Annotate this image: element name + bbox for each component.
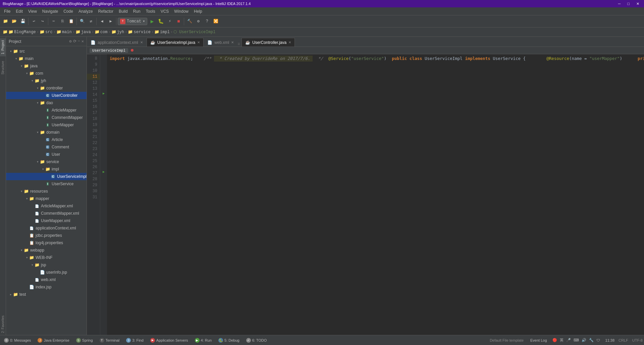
tree-item-user[interactable]: C User xyxy=(6,151,87,158)
tree-item-java[interactable]: ▾ 📁 java xyxy=(6,62,87,70)
tree-item-controller[interactable]: ▾ 📁 controller xyxy=(6,84,87,92)
tb-save[interactable]: 💾 xyxy=(19,17,27,26)
tb-run-btn[interactable]: ▶ xyxy=(148,17,156,26)
tb-forward[interactable]: ▶ xyxy=(107,17,115,26)
tree-item-index-jsp[interactable]: 📄 index.jsp xyxy=(6,283,87,291)
menu-refactor[interactable]: Refactor xyxy=(96,8,116,14)
menu-analyze[interactable]: Analyze xyxy=(76,8,96,14)
bc-java[interactable]: 📁 java xyxy=(75,29,91,34)
tab-close-usercontroller[interactable]: ✕ xyxy=(288,41,291,44)
tb-redo[interactable]: ↪ xyxy=(39,17,47,26)
tree-item-mapper-folder[interactable]: ▾ 📁 mapper xyxy=(6,195,87,202)
menu-code[interactable]: Code xyxy=(61,8,76,14)
tab-webxml[interactable]: 📄 web.xml ✕ xyxy=(204,38,237,47)
tree-item-userservice[interactable]: I UserService xyxy=(6,180,87,188)
tree-item-resources[interactable]: ▾ 📁 resources xyxy=(6,188,87,195)
encoding[interactable]: UTF-8 xyxy=(632,338,643,342)
menu-navigate[interactable]: Navigate xyxy=(40,8,61,14)
project-tab[interactable]: 1: Project xyxy=(0,38,6,56)
bc-usersvcimpl[interactable]: ⬡ UserServiceImpl xyxy=(173,29,215,34)
tree-item-impl[interactable]: ▾ 📁 impl xyxy=(6,165,87,173)
bc-service[interactable]: 📁 service xyxy=(128,29,150,34)
tree-item-jyh[interactable]: ▾ 📁 jyh xyxy=(6,77,87,84)
tree-item-service[interactable]: ▾ 📁 service xyxy=(6,158,87,165)
tree-item-log4j-props[interactable]: 📋 log4j.properties xyxy=(6,239,87,247)
tab-close-appcontext[interactable]: ✕ xyxy=(140,41,143,44)
favorites-tab[interactable]: 2: Favorites xyxy=(0,314,6,335)
btn-app-servers[interactable]: ▶ Application Servers xyxy=(148,337,191,344)
tree-item-web-xml[interactable]: 📄 web.xml xyxy=(6,276,87,283)
tree-item-com[interactable]: ▾ 📁 com xyxy=(6,70,87,77)
panel-collapse-icon[interactable]: − xyxy=(78,39,80,44)
menu-vcs[interactable]: VCS xyxy=(158,8,172,14)
tab-appcontext[interactable]: 📄 applicationContext.xml ✕ xyxy=(87,38,147,47)
line-ending[interactable]: CRLF xyxy=(619,338,628,342)
tree-item-usermapper-xml[interactable]: 📄 UserMapper.xml xyxy=(6,217,87,224)
menu-window[interactable]: Window xyxy=(171,8,191,14)
bc-jyh[interactable]: 📁 jyh xyxy=(111,29,124,34)
menu-help[interactable]: Help xyxy=(191,8,205,14)
tb-vcs[interactable]: 🔀 xyxy=(212,17,220,26)
tb-run-coverage[interactable]: ⚡ xyxy=(166,17,174,26)
tb-build[interactable]: 🔨 xyxy=(185,17,194,26)
tree-item-test[interactable]: ▸ 📁 test xyxy=(6,291,87,298)
panel-sync-icon[interactable]: ⟳ xyxy=(73,39,76,44)
panel-settings-icon[interactable]: ⚙ xyxy=(69,39,71,44)
tree-item-webapp[interactable]: ▾ 📁 webapp xyxy=(6,247,87,254)
maximize-button[interactable]: □ xyxy=(625,2,632,6)
tb-undo[interactable]: ↩ xyxy=(30,17,38,26)
tree-item-main[interactable]: ▾ 📁 main xyxy=(6,55,87,62)
btn-run[interactable]: ▶ 4: Run xyxy=(192,337,214,344)
tb-settings[interactable]: ⚙ xyxy=(194,17,202,26)
panel-close-icon[interactable]: ✕ xyxy=(82,39,84,44)
tree-item-jsp[interactable]: ▾ 📁 jsp xyxy=(6,261,87,269)
btn-spring[interactable]: S Spring xyxy=(73,337,96,344)
event-log-btn[interactable]: Event Log xyxy=(530,338,547,342)
tree-item-commentmapper[interactable]: I CommentMapper xyxy=(6,114,87,121)
tree-item-comment[interactable]: C Comment xyxy=(6,143,87,151)
tree-item-usermapper[interactable]: I UserMapper xyxy=(6,121,87,129)
menu-view[interactable]: View xyxy=(25,8,40,14)
tree-item-articlemapper-xml[interactable]: 📄 ArticleMapper.xml xyxy=(6,202,87,210)
tree-item-articlemapper[interactable]: I ArticleMapper xyxy=(6,107,87,114)
bc-com[interactable]: 📁 com xyxy=(95,29,108,34)
structure-tab[interactable]: Structure xyxy=(0,59,6,77)
tb-open[interactable]: 📂 xyxy=(10,17,18,26)
tree-item-article[interactable]: C Article xyxy=(6,136,87,143)
tomcat-run-config[interactable]: T Tomcat ▾ xyxy=(118,18,147,25)
bc-src[interactable]: 📁 src xyxy=(40,29,53,34)
code-content-left[interactable]: import javax.annotation.Resource; /** * … xyxy=(107,54,644,335)
tb-help-btn[interactable]: ? xyxy=(203,17,211,26)
tab-close-webxml[interactable]: ✕ xyxy=(231,41,234,44)
tab-close-userserviceimpl[interactable]: ✕ xyxy=(197,41,200,44)
tree-item-appcontext[interactable]: 📄 applicationContext.xml xyxy=(6,224,87,232)
bc-main[interactable]: 📁 main xyxy=(56,29,72,34)
minimize-button[interactable]: ─ xyxy=(616,2,623,6)
tab-userserviceimpl[interactable]: ☕ UserServiceImpl.java ✕ xyxy=(147,38,204,47)
tree-item-userinfo-jsp[interactable]: 📄 userInfo.jsp xyxy=(6,269,87,276)
tree-item-dao[interactable]: ▾ 📁 dao xyxy=(6,99,87,107)
bc-blogmange[interactable]: 📁 BlogMange xyxy=(8,29,36,34)
btn-todo[interactable]: ✓ 6: TODO xyxy=(244,337,270,344)
btn-java-enterprise[interactable]: J Java Enterprise xyxy=(35,337,72,344)
tree-item-jdbc-props[interactable]: 📋 jdbc.properties xyxy=(6,232,87,239)
menu-run[interactable]: Run xyxy=(130,8,143,14)
btn-find[interactable]: 3 3: Find xyxy=(123,337,146,344)
tb-paste[interactable]: 📋 xyxy=(67,17,75,26)
close-button[interactable]: ✕ xyxy=(634,2,641,6)
tab-usercontroller[interactable]: ☕ UserController.java ✕ xyxy=(241,38,295,47)
tb-replace[interactable]: ⇄ xyxy=(87,17,95,26)
tree-item-commentmapper-xml[interactable]: 📄 CommentMapper.xml xyxy=(6,210,87,217)
tree-item-domain[interactable]: ▾ 📁 domain xyxy=(6,129,87,136)
menu-edit[interactable]: Edit xyxy=(13,8,25,14)
tb-stop-btn[interactable]: ■ xyxy=(174,17,182,26)
tb-new-project[interactable]: 📁 xyxy=(1,17,9,26)
menu-build[interactable]: Build xyxy=(116,8,130,14)
btn-messages[interactable]: 0 0: Messages xyxy=(1,337,34,344)
tb-debug-btn[interactable]: 🐛 xyxy=(157,17,165,26)
tb-find[interactable]: 🔍 xyxy=(78,17,86,26)
bc-impl[interactable]: 📁 impl xyxy=(154,29,170,34)
tb-back[interactable]: ◀ xyxy=(98,17,106,26)
tree-item-webinf[interactable]: ▾ 📁 WEB-INF xyxy=(6,254,87,261)
tb-cut[interactable]: ✂ xyxy=(50,17,58,26)
